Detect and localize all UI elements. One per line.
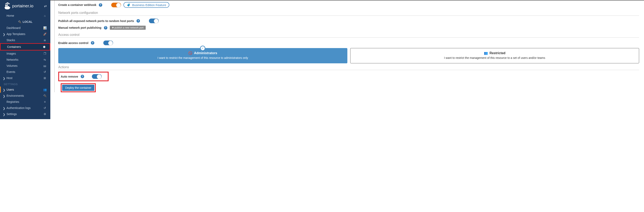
svg-rect-6 [5,5,6,6]
access-card-restricted[interactable]: 👥 Restricted I want to restrict the mana… [350,48,639,63]
sidebar-item-label: Volumes [6,64,43,68]
main-content: Create a container webhook ? 🧳 Business … [50,0,644,119]
history-icon: ↺ [43,106,47,110]
chevron-right-icon: ❯ [3,113,5,116]
sidebar-item-containers[interactable]: Containers ⬢ [0,44,50,50]
sidebar: portainer.io ⇄ Home ⌂ 🔌 LOCAL Dashboard … [0,0,50,119]
sidebar-item-app-templates[interactable]: App Templates 🚀 [0,31,50,37]
sidebar-item-label: Registries [6,100,43,104]
card-restricted-desc: I want to restrict the management of thi… [354,56,635,60]
images-icon: ❐ [43,52,47,55]
manual-port-label: Manual network port publishing [58,26,102,29]
volumes-icon: 🖴 [43,64,47,68]
section-actions-title: Actions [58,65,639,69]
sidebar-item-label: Users [6,88,43,91]
sidebar-item-stacks[interactable]: Stacks ≣ [0,37,50,43]
logo[interactable]: portainer.io [4,2,34,10]
chevron-right-icon: ❯ [3,107,5,110]
help-icon[interactable]: ? [81,75,84,78]
webhook-label: Create a container webhook [58,3,96,6]
help-icon[interactable]: ? [91,41,94,44]
sidebar-item-label: Events [6,70,43,74]
auto-remove-label: Auto remove [61,75,78,78]
stacks-icon: ≣ [43,38,47,42]
publish-port-button[interactable]: ✚ publish a new network port [110,26,146,30]
check-icon: ✓ [200,46,205,51]
sidebar-item-label: Stacks [6,38,43,42]
sidebar-item-images[interactable]: Images ❐ [0,50,50,56]
events-icon: ↺ [43,70,47,74]
dashboard-icon: 📊 [43,26,47,30]
deploy-highlight: Deploy the container [61,83,96,92]
sidebar-item-label: Images [6,52,43,55]
eye-off-icon: 🚫 [188,51,192,55]
webhook-toggle[interactable] [111,3,121,7]
rocket-icon: 🚀 [43,32,47,36]
users-icon: 👥 [484,51,488,55]
chevron-right-icon: ❯ [3,33,5,36]
card-admin-desc: I want to restrict the management of thi… [62,56,343,60]
swap-icon[interactable]: ⇄ [44,4,47,8]
help-icon[interactable]: ? [136,19,140,22]
auto-remove-highlight: Auto remove ? [58,72,108,81]
sidebar-item-auth-logs[interactable]: Authentication logs ↺ [0,105,50,111]
sidebar-item-label: Settings [6,112,43,116]
help-icon[interactable]: ? [99,3,102,7]
publish-all-toggle[interactable] [149,18,159,23]
sidebar-item-label: Containers [7,45,42,48]
divider [58,38,639,38]
sidebar-item-label: Environments [6,94,43,97]
briefcase-icon: 🧳 [127,3,130,7]
sidebar-item-networks[interactable]: Networks ⇆ [0,56,50,63]
sidebar-item-settings[interactable]: Settings ⚙ [0,111,50,117]
gear-icon: ⚙ [43,112,47,116]
sidebar-item-dashboard[interactable]: Dashboard 📊 [0,25,50,31]
home-icon: ⌂ [43,14,47,17]
section-network-title: Network ports configuration [58,11,639,15]
sidebar-item-label: Networks [6,58,43,61]
settings-heading: SETTINGS [0,81,50,86]
business-edition-pill[interactable]: 🧳 Business Edition Feature [124,2,170,8]
publish-port-btn-label: publish a new network port [114,26,144,29]
sidebar-item-label: Home [6,14,43,17]
section-access-title: Access control [58,33,639,37]
containers-icon: ⬢ [42,45,46,48]
networks-icon: ⇆ [43,58,47,61]
be-feature-text: Business Edition Feature [132,3,166,7]
sidebar-item-label: Host [6,76,43,80]
plus-icon: ✚ [112,26,114,29]
database-icon: ≡ [43,100,47,104]
svg-rect-7 [6,5,8,6]
sidebar-item-volumes[interactable]: Volumes 🖴 [0,63,50,69]
chevron-right-icon: ❯ [3,77,5,80]
portainer-logo-icon [4,2,12,10]
plug-icon: 🔌 [43,94,47,97]
sidebar-item-environments[interactable]: Environments 🔌 [0,93,50,99]
enable-access-toggle[interactable] [103,40,113,45]
auto-remove-toggle[interactable] [92,74,102,79]
sidebar-item-label: Authentication logs [6,106,43,110]
deploy-button[interactable]: Deploy the container [62,85,94,91]
sidebar-env-local[interactable]: 🔌 LOCAL [0,19,50,25]
deploy-btn-label: Deploy the container [65,86,91,90]
divider [58,70,639,70]
sidebar-item-host[interactable]: Host ⊞ [0,75,50,81]
chevron-right-icon: ❯ [3,88,5,92]
sidebar-item-users[interactable]: Users 👥 [0,86,50,93]
card-restricted-title: Restricted [490,51,506,55]
sidebar-item-events[interactable]: Events ↺ [0,69,50,75]
publish-all-label: Publish all exposed network ports to ran… [58,19,134,22]
env-label: LOCAL [22,20,32,24]
access-card-administrators[interactable]: ✓ 🚫 Administrators I want to restrict th… [58,48,347,63]
divider [58,16,639,16]
sidebar-item-registries[interactable]: Registries ≡ [0,99,50,105]
host-icon: ⊞ [43,76,47,80]
brand-text: portainer.io [12,4,34,8]
card-admin-title: Administrators [194,51,217,55]
enable-access-label: Enable access control [58,41,88,44]
chevron-right-icon: ❯ [3,94,5,98]
help-icon[interactable]: ? [104,26,107,30]
sidebar-item-label: Dashboard [6,26,43,30]
sidebar-item-label: App Templates [6,32,43,36]
sidebar-item-home[interactable]: Home ⌂ [0,13,50,19]
